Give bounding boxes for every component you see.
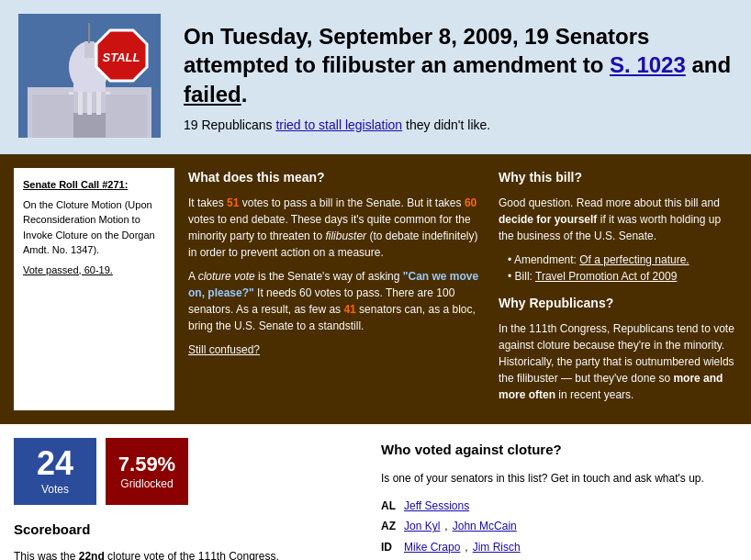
svg-rect-7: [87, 92, 92, 115]
bill-title-link[interactable]: Travel Promotion Act of 2009: [535, 270, 677, 283]
amendment-link[interactable]: Of a perfecting nature.: [579, 253, 689, 266]
svg-rect-8: [96, 92, 101, 115]
svg-rect-12: [84, 41, 94, 58]
state-label: AL: [381, 497, 399, 515]
votes-box: 24 Votes: [14, 438, 96, 505]
scoreboard-text: Scoreboard This was the 22nd cloture vot…: [14, 519, 363, 560]
logo-area: STALL: [18, 14, 165, 140]
svg-text:STALL: STALL: [103, 50, 140, 64]
why-section: Why this bill? Good question. Read more …: [499, 168, 737, 410]
votes-number: 24: [23, 447, 87, 480]
stall-link[interactable]: tried to stall legislation: [275, 118, 402, 132]
senator-link[interactable]: Jim Risch: [473, 538, 521, 556]
senator-row: AZJon Kyl, John McCain: [381, 517, 737, 535]
what-means-heading: What does this mean?: [188, 168, 485, 187]
senator-link[interactable]: Jon Kyl: [404, 517, 440, 535]
scoreboard-left: 24 Votes 7.59% Gridlocked Scoreboard Thi…: [14, 438, 363, 560]
subheadline: 19 Republicans tried to stall legislatio…: [184, 118, 733, 132]
bill-list: Amendment: Of a perfecting nature. Bill:…: [499, 252, 737, 285]
capitol-illustration: STALL: [18, 14, 161, 138]
header-section: STALL On Tuesday, September 8, 2009, 19 …: [0, 0, 751, 154]
gridlocked-label: Gridlocked: [115, 477, 179, 490]
bill-item: Bill: Travel Promotion Act of 2009: [508, 268, 737, 285]
pct-number: 7.59%: [115, 447, 179, 475]
roll-call-title: Senate Roll Call #271:: [23, 177, 165, 193]
header-text: On Tuesday, September 8, 2009, 19 Senato…: [184, 22, 733, 132]
why-republicans-p: In the 111th Congress, Republicans tend …: [499, 320, 737, 403]
senator-row: IDMike Crapo, Jim Risch: [381, 538, 737, 556]
state-label: ID: [381, 538, 399, 556]
scoreboard-p1: This was the 22nd cloture vote of the 11…: [14, 548, 363, 560]
gridlocked-box: 7.59% Gridlocked: [106, 438, 188, 505]
amendment-item: Amendment: Of a perfecting nature.: [508, 252, 737, 268]
why-bill-p: Good question. Read more about this bill…: [499, 195, 737, 244]
roll-call-body: On the Cloture Motion (Upon Reconsiderat…: [23, 197, 165, 258]
why-bill-heading: Why this bill?: [499, 168, 737, 187]
svg-rect-14: [32, 95, 73, 138]
svg-rect-6: [78, 92, 83, 115]
voted-against-intro: Is one of your senators in this list? Ge…: [381, 469, 737, 487]
still-confused-link[interactable]: Still confused?: [188, 343, 260, 356]
svg-rect-15: [106, 95, 147, 138]
what-means-p1: It takes 51 votes to pass a bill in the …: [188, 195, 485, 261]
why-republicans-heading: Why Republicans?: [499, 294, 737, 313]
voted-against-heading: Who voted against cloture?: [381, 438, 737, 462]
voted-against-section: Who voted against cloture? Is one of you…: [381, 438, 737, 560]
scoreboard-heading: Scoreboard: [14, 519, 363, 541]
senator-link[interactable]: John McCain: [453, 517, 517, 535]
svg-rect-13: [88, 23, 90, 43]
votes-label: Votes: [23, 483, 87, 496]
senator-list: ALJeff SessionsAZJon Kyl, John McCainIDM…: [381, 497, 737, 560]
what-means-section: What does this mean? It takes 51 votes t…: [188, 168, 485, 410]
score-boxes: 24 Votes 7.59% Gridlocked: [14, 438, 363, 505]
state-label: AZ: [381, 517, 399, 535]
senator-row: ALJeff Sessions: [381, 497, 737, 515]
what-means-p2: A cloture vote is the Senate's way of as…: [188, 268, 485, 334]
bill-link[interactable]: S. 1023: [610, 52, 686, 77]
senator-link[interactable]: Jeff Sessions: [404, 497, 469, 515]
vote-passed: Vote passed, 60-19.: [23, 263, 165, 278]
roll-call-card: Senate Roll Call #271: On the Cloture Mo…: [14, 168, 174, 410]
bottom-section: 24 Votes 7.59% Gridlocked Scoreboard Thi…: [0, 424, 751, 560]
info-section: Senate Roll Call #271: On the Cloture Mo…: [0, 154, 751, 424]
senator-link[interactable]: Mike Crapo: [404, 538, 460, 556]
main-headline: On Tuesday, September 8, 2009, 19 Senato…: [184, 22, 733, 108]
